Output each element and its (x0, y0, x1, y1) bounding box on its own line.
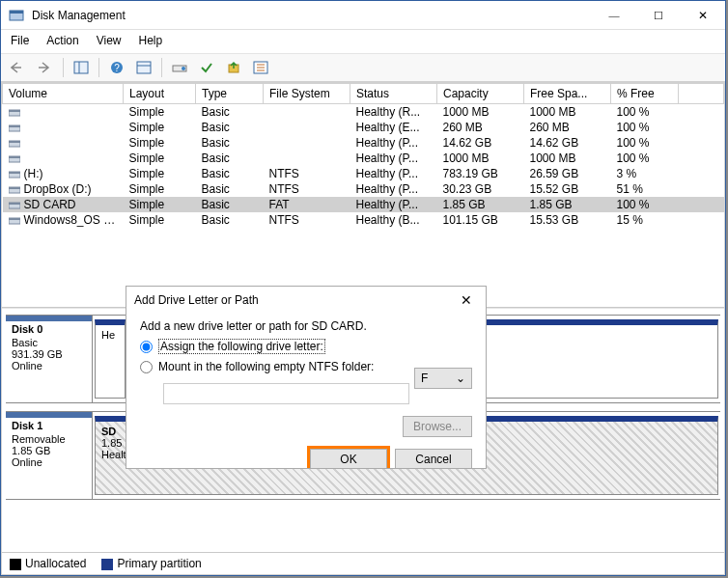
cell-type: Basic (196, 120, 264, 135)
col-layout[interactable]: Layout (124, 84, 196, 104)
cell-type: Basic (196, 212, 264, 228)
volume-icon (9, 108, 20, 118)
disk-title: Disk 0 (6, 316, 92, 335)
radio-mount-label[interactable]: Mount in the following empty NTFS folder… (158, 360, 374, 373)
volume-list[interactable]: Volume Layout Type File System Status Ca… (2, 83, 724, 307)
back-button[interactable] (7, 57, 30, 78)
toolbar-separator (63, 58, 64, 77)
attach-vhd-button[interactable] (222, 57, 245, 78)
maximize-button[interactable]: ☐ (636, 1, 681, 30)
svg-rect-26 (9, 187, 20, 189)
cell-pct: 100 % (611, 135, 679, 151)
mount-path-input[interactable] (163, 383, 409, 404)
svg-rect-16 (9, 110, 20, 112)
volume-icon (9, 124, 20, 133)
col-capacity[interactable]: Capacity (437, 84, 524, 104)
help-button[interactable]: ? (105, 57, 128, 78)
cell-capacity: 1000 MB (437, 104, 524, 121)
cell-status: Healthy (E... (350, 120, 437, 135)
cell-layout: Simple (124, 197, 196, 212)
cell-free: 15.52 GB (524, 181, 611, 197)
table-row[interactable]: SimpleBasicHealthy (P...1000 MB1000 MB10… (3, 151, 724, 166)
col-volume[interactable]: Volume (3, 84, 124, 104)
radio-assign-row[interactable]: Assign the following drive letter: (140, 339, 472, 354)
cell-volume: SD CARD (3, 197, 124, 212)
radio-mount[interactable] (140, 361, 153, 373)
dialog-buttons: OK Cancel (126, 439, 486, 469)
menu-help[interactable]: Help (137, 32, 165, 49)
svg-rect-18 (9, 125, 20, 127)
cell-volume (3, 135, 124, 151)
cancel-button[interactable]: Cancel (395, 449, 472, 469)
cell-type: Basic (196, 166, 264, 181)
col-fs[interactable]: File System (264, 84, 350, 104)
menu-file[interactable]: File (9, 32, 31, 49)
cell-pct: 100 % (611, 151, 679, 166)
cell-free: 14.62 GB (524, 135, 611, 151)
svg-rect-1 (10, 11, 23, 14)
cell-layout: Simple (124, 104, 196, 121)
action-checkmark-icon[interactable] (195, 57, 218, 78)
volume-icon (9, 170, 20, 179)
volume-icon (9, 185, 20, 195)
refresh-button[interactable] (132, 57, 155, 78)
menu-view[interactable]: View (95, 32, 124, 49)
table-row[interactable]: Windows8_OS (C:)SimpleBasicNTFSHealthy (… (3, 212, 724, 228)
dialog-close-button[interactable]: ✕ (455, 292, 478, 308)
disk-state: Online (12, 360, 86, 372)
table-row[interactable]: SimpleBasicHealthy (E...260 MB260 MB100 … (3, 120, 724, 135)
cell-status: Healthy (R... (350, 104, 437, 121)
cell-status: Healthy (P... (350, 197, 437, 212)
cell-layout: Simple (124, 166, 196, 181)
table-row[interactable]: (H:)SimpleBasicNTFSHealthy (P...783.19 G… (3, 166, 724, 181)
radio-assign[interactable] (140, 341, 153, 353)
cell-type: Basic (196, 104, 264, 121)
cell-capacity: 260 MB (437, 120, 524, 135)
window-title: Disk Management (32, 9, 592, 22)
forward-button[interactable] (34, 57, 57, 78)
col-extra (679, 84, 724, 104)
drive-letter-value: F (421, 372, 428, 385)
disk-label: Disk 0 Basic 931.39 GB Online (6, 316, 93, 402)
cell-layout: Simple (124, 135, 196, 151)
col-type[interactable]: Type (196, 84, 264, 104)
svg-rect-30 (9, 218, 20, 220)
show-hide-console-button[interactable] (70, 57, 93, 78)
volume-table: Volume Layout Type File System Status Ca… (2, 83, 724, 228)
col-pct[interactable]: % Free (611, 84, 679, 104)
disk-kind: Basic (12, 337, 86, 348)
table-row[interactable]: SD CARDSimpleBasicFATHealthy (P...1.85 G… (3, 197, 724, 212)
cell-status: Healthy (P... (350, 135, 437, 151)
radio-assign-label[interactable]: Assign the following drive letter: (158, 339, 325, 354)
table-row[interactable]: SimpleBasicHealthy (R...1000 MB1000 MB10… (3, 104, 724, 121)
column-header-row: Volume Layout Type File System Status Ca… (3, 84, 724, 104)
svg-rect-2 (74, 62, 88, 73)
menu-action[interactable]: Action (44, 32, 80, 49)
col-status[interactable]: Status (350, 84, 437, 104)
disk-label: Disk 1 Removable 1.85 GB Online (6, 412, 93, 499)
cell-type: Basic (196, 197, 264, 212)
cell-capacity: 783.19 GB (437, 166, 524, 181)
ok-button[interactable]: OK (310, 449, 387, 469)
cell-capacity: 1.85 GB (437, 197, 524, 212)
partition[interactable]: He (95, 319, 126, 399)
cell-free: 260 MB (524, 120, 611, 135)
dialog-prompt: Add a new drive letter or path for SD CA… (140, 319, 472, 333)
cell-layout: Simple (124, 151, 196, 166)
rescan-button[interactable] (168, 57, 191, 78)
minimize-button[interactable]: — (592, 1, 636, 30)
col-free[interactable]: Free Spa... (524, 84, 611, 104)
cell-pct: 3 % (611, 166, 679, 181)
properties-button[interactable] (249, 57, 272, 78)
disk-size: 931.39 GB (12, 348, 86, 360)
svg-rect-22 (9, 156, 20, 158)
drive-letter-select[interactable]: F ⌄ (414, 368, 472, 389)
cell-status: Healthy (B... (350, 212, 437, 228)
browse-button[interactable]: Browse... (403, 416, 472, 437)
table-row[interactable]: DropBox (D:)SimpleBasicNTFSHealthy (P...… (3, 181, 724, 197)
dialog-titlebar: Add Drive Letter or Path ✕ (126, 287, 486, 314)
close-button[interactable]: ✕ (681, 1, 725, 30)
cell-free: 26.59 GB (524, 166, 611, 181)
table-row[interactable]: SimpleBasicHealthy (P...14.62 GB14.62 GB… (3, 135, 724, 151)
toolbar-separator (98, 58, 99, 77)
